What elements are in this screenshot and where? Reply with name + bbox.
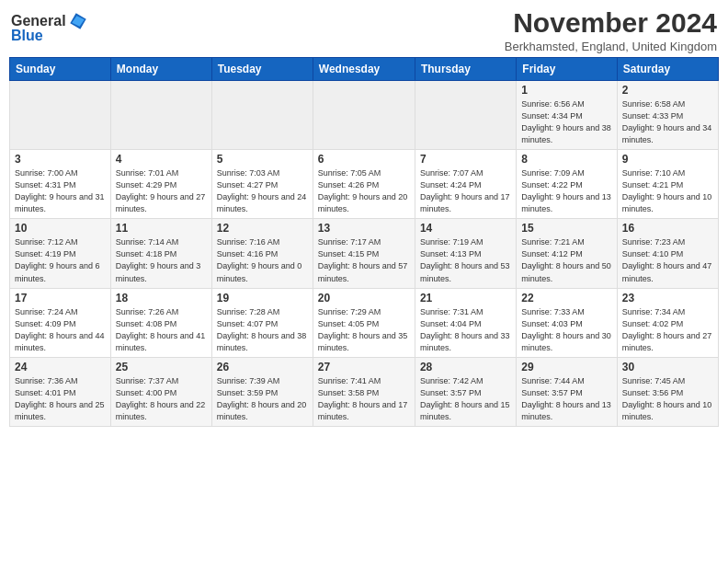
logo: General Blue — [11, 11, 88, 44]
calendar-cell: 8Sunrise: 7:09 AM Sunset: 4:22 PM Daylig… — [517, 150, 617, 219]
col-sunday: Sunday — [10, 58, 111, 81]
calendar-cell: 12Sunrise: 7:16 AM Sunset: 4:16 PM Dayli… — [211, 219, 313, 288]
calendar-week-1: 1Sunrise: 6:56 AM Sunset: 4:34 PM Daylig… — [10, 81, 719, 150]
calendar-cell: 17Sunrise: 7:24 AM Sunset: 4:09 PM Dayli… — [10, 288, 111, 357]
day-number: 29 — [521, 361, 611, 373]
day-number: 30 — [622, 361, 713, 373]
day-info: Sunrise: 7:00 AM Sunset: 4:31 PM Dayligh… — [15, 167, 106, 215]
calendar-cell: 26Sunrise: 7:39 AM Sunset: 3:59 PM Dayli… — [211, 357, 313, 426]
calendar-cell — [10, 81, 111, 150]
day-number: 8 — [521, 153, 611, 166]
col-wednesday: Wednesday — [313, 58, 415, 81]
calendar-cell: 3Sunrise: 7:00 AM Sunset: 4:31 PM Daylig… — [10, 150, 111, 219]
calendar-week-5: 24Sunrise: 7:36 AM Sunset: 4:01 PM Dayli… — [10, 357, 719, 426]
calendar-cell: 20Sunrise: 7:29 AM Sunset: 4:05 PM Dayli… — [313, 288, 415, 357]
calendar-week-4: 17Sunrise: 7:24 AM Sunset: 4:09 PM Dayli… — [10, 288, 719, 357]
day-info: Sunrise: 7:21 AM Sunset: 4:12 PM Dayligh… — [521, 236, 611, 284]
day-info: Sunrise: 7:16 AM Sunset: 4:16 PM Dayligh… — [217, 236, 308, 284]
calendar-cell — [110, 81, 211, 150]
day-info: Sunrise: 7:23 AM Sunset: 4:10 PM Dayligh… — [622, 236, 713, 284]
calendar-cell: 16Sunrise: 7:23 AM Sunset: 4:10 PM Dayli… — [617, 219, 718, 288]
day-info: Sunrise: 7:24 AM Sunset: 4:09 PM Dayligh… — [15, 306, 106, 354]
day-info: Sunrise: 7:33 AM Sunset: 4:03 PM Dayligh… — [521, 306, 611, 354]
day-number: 11 — [116, 222, 207, 235]
calendar-week-2: 3Sunrise: 7:00 AM Sunset: 4:31 PM Daylig… — [10, 150, 719, 219]
calendar-cell: 11Sunrise: 7:14 AM Sunset: 4:18 PM Dayli… — [110, 219, 211, 288]
day-info: Sunrise: 6:58 AM Sunset: 4:33 PM Dayligh… — [622, 98, 713, 146]
calendar-cell: 2Sunrise: 6:58 AM Sunset: 4:33 PM Daylig… — [617, 81, 718, 150]
day-info: Sunrise: 7:39 AM Sunset: 3:59 PM Dayligh… — [217, 375, 308, 423]
day-number: 4 — [116, 153, 207, 166]
calendar-cell: 25Sunrise: 7:37 AM Sunset: 4:00 PM Dayli… — [110, 357, 211, 426]
col-thursday: Thursday — [415, 58, 516, 81]
month-title: November 2024 — [505, 7, 717, 39]
calendar-cell: 22Sunrise: 7:33 AM Sunset: 4:03 PM Dayli… — [517, 288, 617, 357]
col-tuesday: Tuesday — [211, 58, 313, 81]
day-info: Sunrise: 7:34 AM Sunset: 4:02 PM Dayligh… — [622, 306, 713, 354]
day-number: 21 — [420, 292, 511, 304]
calendar-cell — [313, 81, 415, 150]
day-number: 17 — [15, 292, 106, 304]
calendar-cell: 29Sunrise: 7:44 AM Sunset: 3:57 PM Dayli… — [517, 357, 617, 426]
day-info: Sunrise: 7:41 AM Sunset: 3:58 PM Dayligh… — [318, 375, 410, 423]
day-info: Sunrise: 7:42 AM Sunset: 3:57 PM Dayligh… — [420, 375, 511, 423]
day-number: 26 — [217, 361, 308, 373]
day-info: Sunrise: 7:37 AM Sunset: 4:00 PM Dayligh… — [116, 375, 207, 423]
calendar-cell — [415, 81, 516, 150]
calendar-week-3: 10Sunrise: 7:12 AM Sunset: 4:19 PM Dayli… — [10, 219, 719, 288]
col-friday: Friday — [517, 58, 617, 81]
day-info: Sunrise: 7:05 AM Sunset: 4:26 PM Dayligh… — [318, 167, 410, 215]
day-number: 7 — [420, 153, 511, 166]
calendar-cell: 7Sunrise: 7:07 AM Sunset: 4:24 PM Daylig… — [415, 150, 516, 219]
day-number: 3 — [15, 153, 106, 166]
day-info: Sunrise: 7:12 AM Sunset: 4:19 PM Dayligh… — [15, 236, 106, 284]
day-info: Sunrise: 7:03 AM Sunset: 4:27 PM Dayligh… — [217, 167, 308, 215]
day-number: 25 — [116, 361, 207, 373]
calendar-cell: 1Sunrise: 6:56 AM Sunset: 4:34 PM Daylig… — [517, 81, 617, 150]
day-number: 27 — [318, 361, 410, 373]
logo-icon — [68, 11, 88, 31]
calendar-cell: 4Sunrise: 7:01 AM Sunset: 4:29 PM Daylig… — [110, 150, 211, 219]
col-saturday: Saturday — [617, 58, 718, 81]
calendar-cell: 15Sunrise: 7:21 AM Sunset: 4:12 PM Dayli… — [517, 219, 617, 288]
calendar-cell: 19Sunrise: 7:28 AM Sunset: 4:07 PM Dayli… — [211, 288, 313, 357]
calendar-cell: 24Sunrise: 7:36 AM Sunset: 4:01 PM Dayli… — [10, 357, 111, 426]
day-info: Sunrise: 7:26 AM Sunset: 4:08 PM Dayligh… — [116, 306, 207, 354]
calendar-cell: 5Sunrise: 7:03 AM Sunset: 4:27 PM Daylig… — [211, 150, 313, 219]
day-number: 23 — [622, 292, 713, 304]
day-info: Sunrise: 7:07 AM Sunset: 4:24 PM Dayligh… — [420, 167, 511, 215]
day-info: Sunrise: 7:31 AM Sunset: 4:04 PM Dayligh… — [420, 306, 511, 354]
day-number: 22 — [521, 292, 611, 304]
day-number: 5 — [217, 153, 308, 166]
calendar-cell: 30Sunrise: 7:45 AM Sunset: 3:56 PM Dayli… — [617, 357, 718, 426]
day-number: 13 — [318, 222, 410, 235]
day-number: 19 — [217, 292, 308, 304]
day-number: 10 — [15, 222, 106, 235]
calendar-cell: 13Sunrise: 7:17 AM Sunset: 4:15 PM Dayli… — [313, 219, 415, 288]
day-info: Sunrise: 7:28 AM Sunset: 4:07 PM Dayligh… — [217, 306, 308, 354]
day-number: 2 — [622, 84, 713, 97]
calendar-cell: 21Sunrise: 7:31 AM Sunset: 4:04 PM Dayli… — [415, 288, 516, 357]
logo-blue-text: Blue — [11, 28, 43, 44]
day-number: 6 — [318, 153, 410, 166]
day-number: 14 — [420, 222, 511, 235]
day-number: 15 — [521, 222, 611, 235]
calendar-cell: 28Sunrise: 7:42 AM Sunset: 3:57 PM Dayli… — [415, 357, 516, 426]
calendar: Sunday Monday Tuesday Wednesday Thursday… — [9, 57, 719, 427]
calendar-cell: 9Sunrise: 7:10 AM Sunset: 4:21 PM Daylig… — [617, 150, 718, 219]
calendar-cell: 14Sunrise: 7:19 AM Sunset: 4:13 PM Dayli… — [415, 219, 516, 288]
day-number: 16 — [622, 222, 713, 235]
day-number: 18 — [116, 292, 207, 304]
calendar-cell: 10Sunrise: 7:12 AM Sunset: 4:19 PM Dayli… — [10, 219, 111, 288]
day-number: 24 — [15, 361, 106, 373]
day-info: Sunrise: 6:56 AM Sunset: 4:34 PM Dayligh… — [521, 98, 611, 146]
day-info: Sunrise: 7:10 AM Sunset: 4:21 PM Dayligh… — [622, 167, 713, 215]
calendar-cell: 23Sunrise: 7:34 AM Sunset: 4:02 PM Dayli… — [617, 288, 718, 357]
day-number: 1 — [521, 84, 611, 97]
day-info: Sunrise: 7:36 AM Sunset: 4:01 PM Dayligh… — [15, 375, 106, 423]
day-number: 20 — [318, 292, 410, 304]
day-info: Sunrise: 7:45 AM Sunset: 3:56 PM Dayligh… — [622, 375, 713, 423]
calendar-cell: 27Sunrise: 7:41 AM Sunset: 3:58 PM Dayli… — [313, 357, 415, 426]
calendar-header-row: Sunday Monday Tuesday Wednesday Thursday… — [10, 58, 719, 81]
day-info: Sunrise: 7:19 AM Sunset: 4:13 PM Dayligh… — [420, 236, 511, 284]
